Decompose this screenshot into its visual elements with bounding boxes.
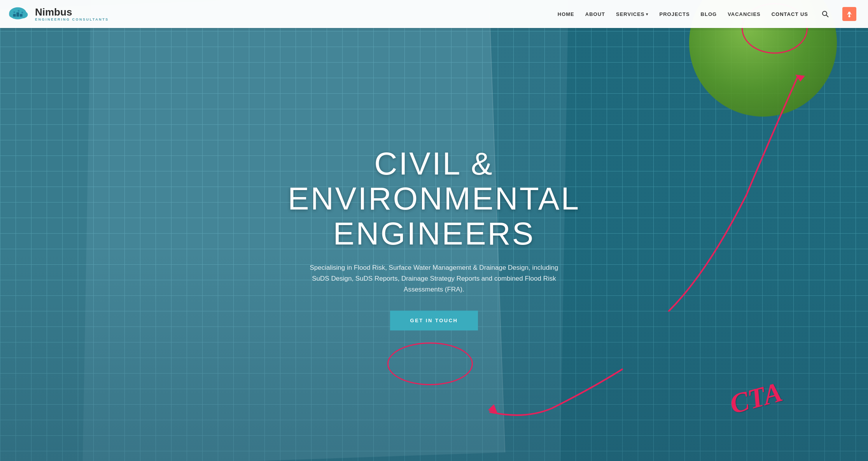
svg-rect-7: [18, 10, 19, 12]
svg-line-10: [826, 15, 828, 17]
logo-name: Nimbus: [35, 7, 109, 18]
nav-item-vacancies[interactable]: VACANCIES: [728, 10, 761, 17]
svg-point-9: [822, 11, 827, 16]
nav-link-blog[interactable]: BLOG: [701, 11, 717, 17]
nav-link-about[interactable]: ABOUT: [585, 11, 605, 17]
nav-item-hubspot[interactable]: [842, 7, 856, 21]
svg-rect-3: [13, 14, 16, 17]
svg-rect-8: [21, 12, 23, 13]
nav-link-vacancies[interactable]: VACANCIES: [728, 11, 761, 17]
nav-item-about[interactable]: ABOUT: [585, 10, 605, 17]
search-svg-icon: [822, 10, 829, 17]
services-dropdown-arrow: ▾: [646, 12, 648, 16]
nav-link-contact[interactable]: CONTACT US: [772, 11, 808, 17]
hero-section: Nimbus ENGINEERING CONSULTANTS HOME ABOU…: [0, 0, 868, 461]
nav-item-home[interactable]: HOME: [558, 10, 574, 17]
hero-content: CIVIL & ENVIRONMENTAL ENGINEERS Speciali…: [259, 146, 609, 330]
hero-title: CIVIL & ENVIRONMENTAL ENGINEERS: [259, 146, 609, 251]
nav-link-services[interactable]: SERVICES ▾: [616, 11, 649, 17]
nav-links: HOME ABOUT SERVICES ▾ PROJECTS BLOG VACA…: [558, 7, 856, 21]
svg-rect-6: [14, 11, 15, 13]
nav-item-search[interactable]: [819, 8, 831, 20]
svg-point-13: [849, 16, 850, 17]
nav-link-home[interactable]: HOME: [558, 11, 574, 17]
svg-rect-5: [20, 14, 23, 17]
svg-rect-4: [16, 12, 19, 17]
nav-item-services[interactable]: SERVICES ▾: [616, 11, 649, 17]
nav-link-projects[interactable]: PROJECTS: [659, 11, 690, 17]
logo-cloud-icon: [8, 4, 31, 24]
logo-area[interactable]: Nimbus ENGINEERING CONSULTANTS: [8, 4, 109, 24]
logo-text: Nimbus ENGINEERING CONSULTANTS: [35, 7, 109, 22]
hubspot-icon[interactable]: [842, 7, 856, 21]
nav-item-contact[interactable]: CONTACT US: [772, 10, 808, 17]
search-icon[interactable]: [819, 8, 831, 20]
nav-item-projects[interactable]: PROJECTS: [659, 10, 690, 17]
hero-subtitle: Specialising in Flood Risk, Surface Wate…: [302, 262, 566, 295]
get-in-touch-button[interactable]: GET IN TOUCH: [390, 311, 478, 330]
logo-tagline: ENGINEERING CONSULTANTS: [35, 17, 109, 21]
navbar: Nimbus ENGINEERING CONSULTANTS HOME ABOU…: [0, 0, 868, 28]
nav-item-blog[interactable]: BLOG: [701, 10, 717, 17]
